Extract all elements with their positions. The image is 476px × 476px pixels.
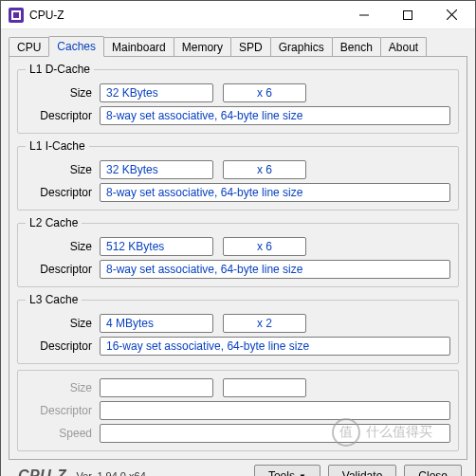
bottom-bar: CPU-Z Ver. 1.94.0.x64 Tools ▼ Validate C… xyxy=(9,460,467,476)
descriptor-value: 8-way set associative, 64-byte line size xyxy=(100,183,450,202)
cache-group-4: SizeDescriptorSpeed xyxy=(17,370,459,451)
tools-button-label: Tools xyxy=(268,469,295,476)
tab-bench[interactable]: Bench xyxy=(332,37,381,57)
cache-group-1: L1 I-CacheSize32 KBytesx 6Descriptor8-wa… xyxy=(17,139,459,211)
close-app-button-label: Close xyxy=(418,469,448,476)
descriptor-label: Descriptor xyxy=(26,186,100,199)
tab-strip: CPUCachesMainboardMemorySPDGraphicsBench… xyxy=(9,35,467,56)
cache-legend: L3 Cache xyxy=(26,293,82,306)
close-button[interactable] xyxy=(430,1,473,29)
descriptor-label: Descriptor xyxy=(26,339,100,353)
cache-group-2: L2 CacheSize512 KBytesx 6Descriptor8-way… xyxy=(17,216,459,287)
size-value: 4 MBytes xyxy=(100,314,213,333)
size-label: Size xyxy=(26,163,100,176)
descriptor-value: 16-way set associative, 64-byte line siz… xyxy=(100,337,450,356)
app-icon xyxy=(9,8,24,23)
size-value: 512 KBytes xyxy=(100,237,213,256)
tab-graphics[interactable]: Graphics xyxy=(270,37,333,57)
size-value: 32 KBytes xyxy=(100,160,213,179)
validate-button[interactable]: Validate xyxy=(328,465,396,476)
multiplier-value xyxy=(223,378,306,397)
cache-group-3: L3 CacheSize4 MBytesx 2Descriptor16-way … xyxy=(17,293,459,364)
cache-legend: L1 D-Cache xyxy=(26,63,94,76)
multiplier-value: x 6 xyxy=(223,160,306,179)
title-bar: CPU-Z xyxy=(1,1,475,29)
validate-button-label: Validate xyxy=(342,469,382,476)
tab-panel-caches: L1 D-CacheSize32 KBytesx 6Descriptor8-wa… xyxy=(9,56,467,460)
tab-cpu[interactable]: CPU xyxy=(9,37,49,57)
multiplier-value: x 2 xyxy=(223,314,306,333)
dropdown-caret-icon: ▼ xyxy=(299,472,306,477)
tab-spd[interactable]: SPD xyxy=(230,37,271,57)
multiplier-value: x 6 xyxy=(223,237,306,256)
size-label: Size xyxy=(26,317,100,330)
size-value: 32 KBytes xyxy=(100,83,213,102)
size-value xyxy=(100,378,213,397)
descriptor-label: Descriptor xyxy=(26,109,100,122)
version-label: Ver. 1.94.0.x64 xyxy=(76,470,145,476)
descriptor-label: Descriptor xyxy=(26,404,100,417)
size-label: Size xyxy=(26,86,100,100)
tools-button[interactable]: Tools ▼ xyxy=(254,465,320,476)
svg-rect-1 xyxy=(404,10,412,19)
client-area: CPUCachesMainboardMemorySPDGraphicsBench… xyxy=(1,29,475,476)
descriptor-value xyxy=(100,401,450,420)
close-app-button[interactable]: Close xyxy=(404,465,462,476)
cache-legend: L2 Cache xyxy=(26,216,82,229)
descriptor-label: Descriptor xyxy=(26,263,100,276)
multiplier-value: x 6 xyxy=(223,83,306,102)
brand-label: CPU-Z xyxy=(14,467,66,476)
window-title: CPU-Z xyxy=(29,9,64,22)
size-label: Size xyxy=(26,240,100,253)
tab-about[interactable]: About xyxy=(380,37,427,57)
maximize-button[interactable] xyxy=(386,1,430,29)
cache-legend: L1 I-Cache xyxy=(26,139,89,153)
descriptor-value: 8-way set associative, 64-byte line size xyxy=(100,260,450,279)
app-window: CPU-Z CPUCachesMainboardMemorySPDGraphic… xyxy=(0,0,476,476)
cache-group-0: L1 D-CacheSize32 KBytesx 6Descriptor8-wa… xyxy=(17,63,459,134)
speed-label: Speed xyxy=(26,427,100,440)
speed-value xyxy=(100,424,450,443)
tab-caches[interactable]: Caches xyxy=(48,36,104,57)
minimize-button[interactable] xyxy=(342,1,386,29)
size-label: Size xyxy=(26,381,100,394)
descriptor-value: 8-way set associative, 64-byte line size xyxy=(100,106,450,125)
tab-mainboard[interactable]: Mainboard xyxy=(103,37,174,57)
tab-memory[interactable]: Memory xyxy=(174,37,231,57)
